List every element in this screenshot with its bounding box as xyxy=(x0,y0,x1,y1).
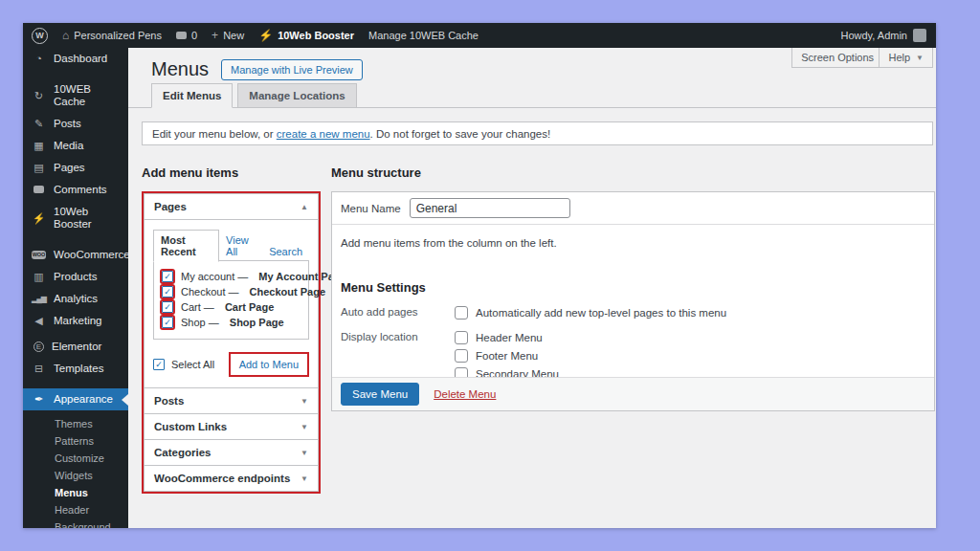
menu-name-input[interactable] xyxy=(410,198,570,218)
sidebar-item-analytics[interactable]: ▂▄▆Analytics xyxy=(23,288,128,310)
custom-links-accordion-header[interactable]: Custom Links▼ xyxy=(144,413,319,440)
header-menu-checkbox[interactable] xyxy=(455,331,468,344)
help-button[interactable]: Help▼ xyxy=(879,48,933,68)
sidebar-item-media[interactable]: ▦Media xyxy=(23,135,128,157)
checkbox-shop[interactable]: ✓ xyxy=(162,317,173,328)
tab-view-all[interactable]: View All xyxy=(219,231,262,261)
auto-add-pages-checkbox[interactable] xyxy=(455,306,468,320)
sidebar-item-10web-cache[interactable]: ↻10WEB Cache xyxy=(23,78,128,113)
templates-icon: ⊟ xyxy=(32,364,46,374)
site-name-link[interactable]: ⌂Personalized Pens xyxy=(62,30,162,41)
wordpress-logo-icon[interactable]: W xyxy=(32,28,48,44)
header-menu-control[interactable]: Header Menu xyxy=(455,331,559,344)
marketing-icon: ◀ xyxy=(32,316,46,326)
comments-admin-bar[interactable]: 0 xyxy=(176,30,197,41)
menu-name-label: Menu Name xyxy=(341,203,401,214)
submenu-item-themes[interactable]: Themes xyxy=(23,415,128,432)
posts-accordion-label: Posts xyxy=(154,395,184,407)
dashboard-icon: ◔ xyxy=(32,54,46,64)
checkbox-cart[interactable]: ✓ xyxy=(162,301,173,313)
admin-sidebar: ◔Dashboard ↻10WEB Cache ✎Posts ▦Media ▤P… xyxy=(23,48,128,528)
sidebar-item-products[interactable]: ▥Products xyxy=(23,266,128,288)
wp-logo-glyph: W xyxy=(32,28,48,44)
sidebar-item-woocommerce[interactable]: WOOWooCommerce xyxy=(23,244,128,266)
create-new-menu-link[interactable]: create a new menu xyxy=(277,128,370,140)
manage-cache-button[interactable]: Manage 10WEB Cache xyxy=(368,30,479,41)
list-item[interactable]: ✓Checkout — Checkout Page xyxy=(162,284,301,299)
products-icon: ▥ xyxy=(32,272,46,282)
menu-settings-heading: Menu Settings xyxy=(341,280,925,295)
account-menu[interactable]: Howdy, Admin xyxy=(841,29,937,42)
tab-search[interactable]: Search xyxy=(262,242,309,261)
sidebar-item-elementor[interactable]: EElementor xyxy=(23,336,128,358)
save-menu-button[interactable]: Save Menu xyxy=(341,383,419,406)
sidebar-item-comments[interactable]: Comments xyxy=(23,179,128,201)
plus-icon: + xyxy=(212,30,218,41)
menu-structure-heading: Menu structure xyxy=(331,165,421,180)
item-text: Shop — xyxy=(181,317,222,328)
manage-cache-label: Manage 10WEB Cache xyxy=(368,30,479,41)
select-all-control[interactable]: ✓Select All xyxy=(153,359,214,370)
booster-admin-bar[interactable]: ⚡10Web Booster xyxy=(258,30,354,41)
cache-icon: ↻ xyxy=(32,91,46,101)
checkbox-checkout[interactable]: ✓ xyxy=(162,286,173,298)
new-content-button[interactable]: +New xyxy=(212,30,244,41)
sidebar-item-marketing[interactable]: ◀Marketing xyxy=(23,310,128,332)
comments-icon xyxy=(32,185,46,195)
select-all-checkbox[interactable]: ✓ xyxy=(153,359,165,370)
submenu-item-customize[interactable]: Customize xyxy=(23,450,128,467)
item-text: My account — xyxy=(181,271,251,282)
categories-accordion-header[interactable]: Categories▼ xyxy=(144,439,319,466)
submenu-item-widgets[interactable]: Widgets xyxy=(23,467,128,484)
woocommerce-endpoints-accordion-header[interactable]: WooCommerce endpoints▼ xyxy=(144,465,319,492)
page-title: Menus xyxy=(151,58,209,80)
posts-accordion-header[interactable]: Posts▼ xyxy=(144,387,319,414)
auto-add-pages-control[interactable]: Automatically add new top-level pages to… xyxy=(455,306,726,320)
footer-menu-control[interactable]: Footer Menu xyxy=(455,349,559,363)
site-name-label: Personalized Pens xyxy=(74,30,162,41)
notice-text: . Do not forget to save your changes! xyxy=(370,128,551,140)
delete-menu-link[interactable]: Delete Menu xyxy=(434,388,496,400)
chevron-down-icon: ▼ xyxy=(301,423,308,431)
sidebar-item-dashboard[interactable]: ◔Dashboard xyxy=(23,48,128,70)
checkbox-my-account[interactable]: ✓ xyxy=(162,271,173,282)
chevron-up-icon: ▲ xyxy=(301,203,308,211)
sidebar-label: Marketing xyxy=(54,315,102,327)
submenu-item-patterns[interactable]: Patterns xyxy=(23,432,128,450)
comment-count: 0 xyxy=(191,30,197,41)
chevron-down-icon: ▼ xyxy=(301,449,308,457)
pages-icon: ▤ xyxy=(32,163,46,173)
add-menu-items-column: Pages▲ Most Recent View All Search ✓My a… xyxy=(142,191,321,494)
list-item[interactable]: ✓Cart — Cart Page xyxy=(162,299,301,315)
woocommerce-endpoints-accordion-label: WooCommerce endpoints xyxy=(154,473,290,484)
list-item[interactable]: ✓Shop — Shop Page xyxy=(162,315,301,330)
woocommerce-icon: WOO xyxy=(32,251,46,259)
submenu-item-background[interactable]: Background xyxy=(23,518,128,528)
live-preview-button[interactable]: Manage with Live Preview xyxy=(221,59,363,80)
sidebar-item-pages[interactable]: ▤Pages xyxy=(23,157,128,179)
browser-window: W ⌂Personalized Pens 0 +New ⚡10Web Boost… xyxy=(23,23,936,528)
submenu-item-header[interactable]: Header xyxy=(23,501,128,518)
sidebar-item-posts[interactable]: ✎Posts xyxy=(23,113,128,135)
home-icon: ⌂ xyxy=(62,30,69,41)
menu-structure-panel: Menu Name Add menu items from the column… xyxy=(331,191,935,411)
sidebar-item-appearance[interactable]: ✒Appearance xyxy=(23,388,128,410)
sidebar-label: Analytics xyxy=(54,293,98,305)
select-all-label: Select All xyxy=(171,359,214,370)
booster-label: 10Web Booster xyxy=(278,30,354,41)
item-text-bold: Checkout Page xyxy=(250,286,325,298)
sidebar-item-templates[interactable]: ⊟Templates xyxy=(23,358,128,380)
list-item[interactable]: ✓My account — My Account Page xyxy=(162,269,301,284)
footer-menu-checkbox[interactable] xyxy=(455,349,468,363)
add-to-menu-button[interactable]: Add to Menu xyxy=(229,352,309,377)
sidebar-label: 10WEB Cache xyxy=(54,83,124,108)
elementor-icon: E xyxy=(33,342,44,352)
submenu-item-menus[interactable]: Menus xyxy=(23,484,128,501)
sidebar-item-10web-booster[interactable]: ⚡10Web Booster xyxy=(23,201,128,235)
tab-most-recent[interactable]: Most Recent xyxy=(153,230,219,262)
pages-accordion-header[interactable]: Pages▲ xyxy=(144,193,319,220)
tab-manage-locations[interactable]: Manage Locations xyxy=(237,83,356,107)
avatar xyxy=(913,29,926,42)
tab-edit-menus[interactable]: Edit Menus xyxy=(151,83,233,108)
empty-menu-text: Add menu items from the column on the le… xyxy=(341,237,925,249)
